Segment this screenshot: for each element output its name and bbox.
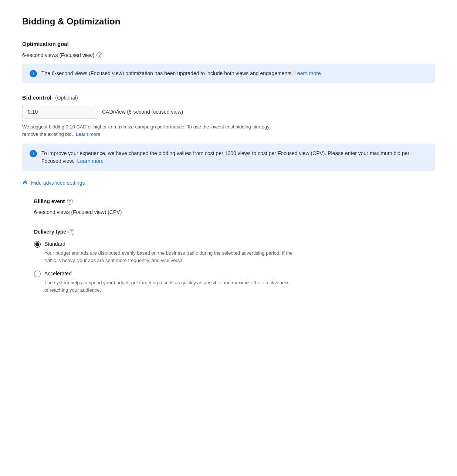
bid-hint: We suggest bidding 0.10 CAD or higher to… [22, 123, 281, 138]
optimization-goal-value: 6-second views (Focused view) [22, 51, 94, 59]
delivery-type-accelerated-description: The system helps to spend your budget, g… [34, 279, 293, 294]
chevron-up-icon [22, 180, 28, 186]
billing-event-label: Billing event ? [34, 198, 435, 205]
bid-control-info-box: i To improve your experience, we have ch… [22, 144, 435, 171]
hide-advanced-settings-label: Hide advanced settings [31, 180, 85, 186]
billing-event-help-icon[interactable]: ? [67, 199, 73, 205]
page-title: Bidding & Optimization [22, 15, 435, 28]
optimization-goal-learn-more-link[interactable]: Learn more [294, 70, 321, 76]
optimization-goal-info-text: The 6-second views (Focused view) optimi… [41, 70, 321, 77]
delivery-type-accelerated-radio[interactable] [34, 271, 41, 277]
delivery-type-label: Delivery type ? [34, 228, 435, 236]
bid-control-info-text: To improve your experience, we have chan… [41, 150, 427, 165]
delivery-type-accelerated-option: Accelerated The system helps to spend yo… [34, 270, 435, 294]
bid-control-learn-more-link[interactable]: Learn more [77, 158, 104, 164]
bid-input-row: CAD/View (6-second focused view) [22, 105, 435, 119]
bid-input[interactable] [22, 105, 96, 119]
bid-hint-learn-more-link[interactable]: Learn more [76, 131, 100, 137]
delivery-type-accelerated-label: Accelerated [44, 270, 72, 278]
delivery-type-standard-radio[interactable] [34, 241, 41, 248]
delivery-type-standard-description: Your budget and ads are distributed even… [34, 249, 293, 264]
delivery-type-standard-label: Standard [44, 240, 65, 248]
billing-event-value: 6-second views (Focused view) (CPV) [34, 208, 435, 216]
bid-control-optional: (Optional) [55, 95, 78, 101]
advanced-settings-panel: Billing event ? 6-second views (Focused … [22, 198, 435, 294]
optimization-goal-info-box: i The 6-second views (Focused view) opti… [22, 64, 435, 83]
optimization-goal-field: 6-second views (Focused view) ? [22, 51, 435, 59]
bid-control-info-icon: i [30, 150, 37, 157]
bid-control-label: Bid control (Optional) [22, 94, 435, 102]
delivery-type-section: Delivery type ? Standard Your budget and… [34, 228, 435, 294]
optimization-goal-section: Optimization goal 6-second views (Focuse… [22, 40, 435, 83]
delivery-type-help-icon[interactable]: ? [68, 229, 74, 235]
optimization-goal-label: Optimization goal [22, 40, 435, 48]
optimization-goal-help-icon[interactable]: ? [97, 52, 102, 58]
billing-event-section: Billing event ? 6-second views (Focused … [34, 198, 435, 216]
bid-unit-label: CAD/View (6-second focused view) [102, 108, 183, 116]
hide-advanced-settings-button[interactable]: Hide advanced settings [22, 180, 85, 186]
bid-control-section: Bid control (Optional) CAD/View (6-secon… [22, 94, 435, 171]
delivery-type-radio-group: Standard Your budget and ads are distrib… [34, 240, 435, 294]
optimization-goal-info-icon: i [30, 70, 37, 77]
delivery-type-standard-option: Standard Your budget and ads are distrib… [34, 240, 435, 264]
